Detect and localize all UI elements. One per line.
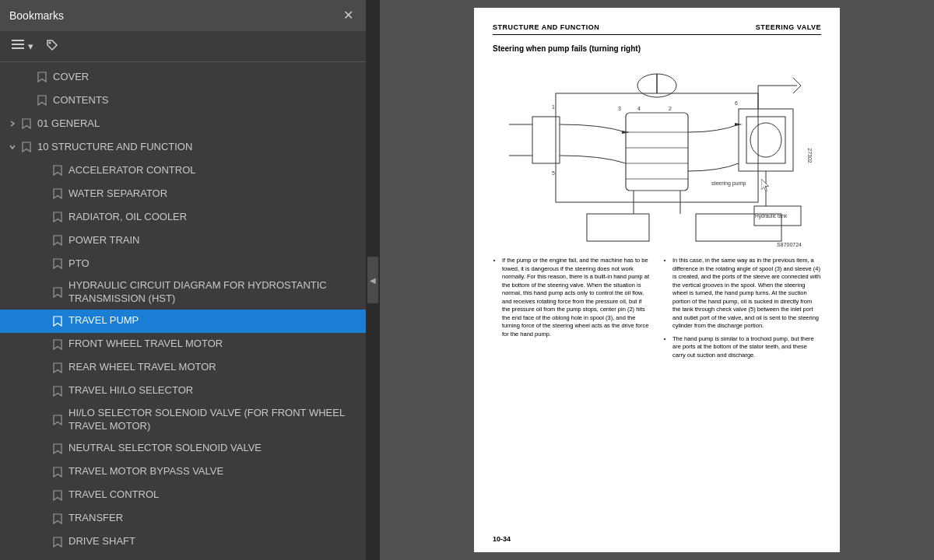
list-icon (12, 40, 26, 53)
bookmark-icon (51, 362, 64, 374)
bookmark-item-hilosolenoid[interactable]: HI/LO SELECTOR SOLENOID VALVE (FOR FRONT… (0, 403, 366, 437)
bookmark-item-pto[interactable]: PTO (0, 252, 366, 275)
content-col-right: In this case, in the same way as in the … (663, 257, 821, 364)
expand-icon (6, 141, 19, 153)
expand-icon (22, 94, 34, 107)
bookmark-item-transfer[interactable]: TRANSFER (0, 507, 366, 530)
svg-point-3 (49, 42, 51, 44)
svg-rect-2 (12, 47, 24, 49)
bookmark-icon (51, 489, 64, 502)
expand-icon (37, 211, 50, 223)
side-number: 27302 (807, 148, 813, 163)
expand-icon (37, 338, 50, 351)
svg-text:4: 4 (637, 106, 641, 111)
svg-rect-22 (587, 214, 649, 241)
svg-text:2: 2 (669, 106, 672, 111)
bookmark-icon (51, 385, 64, 397)
svg-text:6: 6 (735, 100, 738, 106)
svg-rect-0 (12, 40, 24, 41)
document-panel: STRUCTURE AND FUNCTION STEERING VALVE St… (380, 0, 934, 560)
bookmark-label: TRANSFER (68, 512, 360, 525)
bookmark-icon (51, 164, 64, 177)
dropdown-arrow: ▾ (28, 40, 33, 52)
diagram-area: 1 5 3 4 2 6 steering pump Hydra (493, 62, 821, 249)
collapse-panel-button[interactable]: ◀ (367, 257, 378, 303)
close-button[interactable]: ✕ (340, 8, 356, 23)
steering-diagram: 1 5 3 4 2 6 steering pump Hydra (509, 62, 805, 249)
bookmark-item-travelcontrol[interactable]: TRAVEL CONTROL (0, 484, 366, 507)
bookmark-item-travelpump[interactable]: TRAVEL PUMP (0, 310, 366, 333)
tag-icon (46, 39, 58, 54)
expand-icon (37, 164, 50, 177)
bookmark-item-driveshaft[interactable]: DRIVE SHAFT (0, 530, 366, 554)
page-number: 10-34 (493, 535, 511, 543)
bookmark-icon (36, 71, 48, 83)
bookmark-icon (51, 443, 64, 455)
bookmark-item-accel[interactable]: ACCELERATOR CONTROL (0, 159, 366, 182)
chevron-left-icon: ◀ (370, 276, 376, 285)
bookmark-item-contents[interactable]: CONTENTS (0, 89, 366, 112)
bookmark-item-radiator[interactable]: RADIATOR, OIL COOLER (0, 205, 366, 229)
bookmark-item-water[interactable]: WATER SEPARATOR (0, 182, 366, 205)
bookmark-label: TRAVEL HI/LO SELECTOR (68, 384, 360, 397)
col2-bullet2: The hand pump is similar to a trochoid p… (672, 335, 821, 360)
svg-point-12 (750, 123, 781, 157)
bookmark-item-frontwheelmotor[interactable]: FRONT WHEEL TRAVEL MOTOR (0, 333, 366, 356)
expand-icon (37, 443, 50, 455)
bookmark-item-powertrain[interactable]: POWER TRAIN (0, 229, 366, 252)
bookmark-label: TRAVEL MOTOR BYPASS VALVE (68, 465, 360, 478)
expand-icon (37, 466, 50, 478)
bookmark-icon (51, 187, 64, 200)
bookmark-item-neutralselector[interactable]: NEUTRAL SELECTOR SOLENOID VALVE (0, 437, 366, 460)
bookmarks-title: Bookmarks (9, 9, 64, 22)
diagram-label-code: S8700724 (777, 242, 802, 247)
bookmark-icon (51, 338, 64, 351)
bookmark-label: ACCELERATOR CONTROL (68, 164, 360, 177)
bookmark-icon (51, 286, 64, 299)
bookmark-item-motorbypass[interactable]: TRAVEL MOTOR BYPASS VALVE (0, 460, 366, 484)
bookmark-icon (36, 94, 48, 107)
expand-icon (37, 536, 50, 548)
bookmark-label: FRONT WHEEL TRAVEL MOTOR (68, 338, 360, 351)
page-content: STRUCTURE AND FUNCTION STEERING VALVE St… (474, 8, 840, 552)
svg-text:Hydraulic tank: Hydraulic tank (755, 213, 788, 219)
bookmark-label: TRAVEL PUMP (68, 314, 360, 327)
bookmark-item-travelhilo[interactable]: TRAVEL HI/LO SELECTOR (0, 380, 366, 403)
bookmark-label: CONTENTS (53, 94, 360, 107)
bookmark-item-cover[interactable]: COVER (0, 65, 366, 89)
expand-icon (37, 362, 50, 374)
section-title: Steering when pump fails (turning right) (493, 44, 821, 53)
bookmark-label: HYDRAULIC CIRCUIT DIAGRAM FOR HYDROSTANT… (68, 279, 360, 306)
bookmarks-list[interactable]: COVER CONTENTS 01 GENERAL 10 STRUCTURE A… (0, 62, 366, 560)
bookmark-label: NEUTRAL SELECTOR SOLENOID VALVE (68, 442, 360, 455)
bookmark-item-hydraulic[interactable]: HYDRAULIC CIRCUIT DIAGRAM FOR HYDROSTANT… (0, 275, 366, 310)
bookmark-icon (51, 513, 64, 525)
bookmark-label: WATER SEPARATOR (68, 187, 360, 201)
expand-icon (37, 187, 50, 200)
bookmark-item-rearwheelmotor[interactable]: REAR WHEEL TRAVEL MOTOR (0, 356, 366, 380)
expand-icon (22, 71, 34, 83)
content-col-left: If the pump or the engine fail, and the … (493, 257, 651, 364)
bookmark-label: RADIATOR, OIL COOLER (68, 211, 360, 224)
bookmark-icon (51, 536, 64, 548)
bookmark-icon (51, 414, 64, 426)
content-columns: If the pump or the engine fail, and the … (493, 257, 821, 364)
bookmark-icon (51, 257, 64, 270)
expand-icon (37, 385, 50, 397)
expand-icon (37, 234, 50, 247)
bookmarks-panel: Bookmarks ✕ ▾ COVER (0, 0, 366, 560)
list-view-button[interactable]: ▾ (8, 37, 37, 55)
bookmark-label: PTO (68, 257, 360, 271)
svg-text:5: 5 (552, 170, 555, 176)
header-left: STRUCTURE AND FUNCTION (493, 23, 599, 31)
svg-text:3: 3 (618, 106, 621, 111)
bookmark-icon (51, 234, 64, 247)
bookmark-item-10structure[interactable]: 10 STRUCTURE AND FUNCTION (0, 135, 366, 159)
expand-icon (37, 315, 50, 327)
col1-text: If the pump or the engine fail, and the … (502, 257, 651, 338)
tag-button[interactable] (42, 37, 62, 56)
bookmark-item-01general[interactable]: 01 GENERAL (0, 112, 366, 135)
bookmark-label: TRAVEL CONTROL (68, 488, 360, 502)
bookmark-label: POWER TRAIN (68, 234, 360, 247)
bookmark-label: DRIVE SHAFT (68, 535, 360, 548)
